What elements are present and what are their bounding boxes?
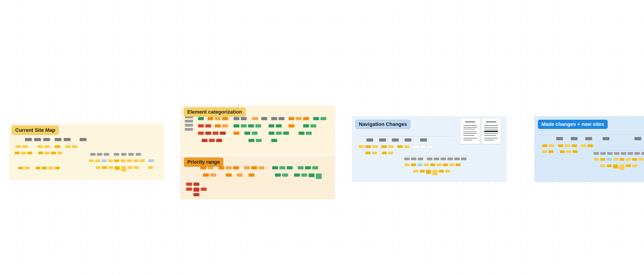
node <box>641 152 644 155</box>
node <box>226 174 232 177</box>
node <box>148 166 153 169</box>
node <box>439 170 444 172</box>
node <box>298 132 304 135</box>
node <box>198 124 204 128</box>
node <box>430 164 435 166</box>
node <box>120 159 126 162</box>
node <box>301 174 307 177</box>
node <box>632 158 637 161</box>
node <box>205 124 211 128</box>
node <box>600 158 605 161</box>
node <box>320 117 326 120</box>
node <box>571 137 578 140</box>
node <box>456 164 460 166</box>
node <box>298 166 304 169</box>
node <box>288 124 294 128</box>
node <box>434 158 439 160</box>
node <box>148 159 154 162</box>
node <box>287 166 293 169</box>
node <box>24 167 30 169</box>
node <box>548 150 554 153</box>
node <box>212 132 218 135</box>
node <box>136 153 141 156</box>
node <box>54 145 60 148</box>
node <box>51 152 56 154</box>
node <box>382 152 387 154</box>
node <box>209 139 215 142</box>
node <box>404 145 410 148</box>
node <box>432 170 437 175</box>
node <box>271 139 277 142</box>
node <box>294 174 300 177</box>
node <box>34 138 41 141</box>
node <box>108 166 113 169</box>
node <box>549 144 554 147</box>
node <box>283 132 289 135</box>
document-thumbnail <box>460 118 480 144</box>
node <box>237 174 242 177</box>
node <box>200 166 206 169</box>
node <box>372 152 377 154</box>
node <box>241 124 247 128</box>
node <box>638 158 644 161</box>
node <box>366 145 371 148</box>
node <box>359 145 364 148</box>
node <box>411 164 416 166</box>
node <box>413 170 418 172</box>
node <box>102 166 107 169</box>
node <box>201 188 207 191</box>
node <box>226 166 232 169</box>
node <box>248 174 254 177</box>
node <box>372 145 378 148</box>
node <box>248 139 254 142</box>
node <box>44 152 50 154</box>
node <box>312 166 318 169</box>
node <box>194 193 199 196</box>
node <box>542 144 548 147</box>
node <box>426 170 431 174</box>
node <box>620 158 624 161</box>
node <box>303 124 309 128</box>
label-priority-range: Priority range <box>184 158 223 167</box>
node <box>443 164 448 166</box>
label-current-site-map: Current Site Map <box>12 126 59 135</box>
node <box>308 174 314 177</box>
node <box>275 174 281 177</box>
node <box>134 166 139 169</box>
node <box>280 166 285 169</box>
legend-item <box>185 120 193 122</box>
node <box>581 144 586 147</box>
node <box>27 152 32 154</box>
node <box>22 145 28 148</box>
node <box>427 158 432 160</box>
node <box>128 153 134 156</box>
node <box>248 124 254 128</box>
node <box>366 138 373 142</box>
node <box>626 158 631 161</box>
node <box>241 117 247 120</box>
node <box>42 167 47 169</box>
node <box>397 145 403 148</box>
node <box>379 138 386 142</box>
node <box>102 159 106 162</box>
node <box>424 164 429 166</box>
node <box>556 137 563 140</box>
node <box>392 138 399 142</box>
node <box>133 159 138 162</box>
node <box>436 164 442 166</box>
node <box>305 166 311 169</box>
node <box>420 145 426 148</box>
node <box>127 159 132 162</box>
node <box>104 153 109 156</box>
label-navigation-changes: Navigation Changes <box>356 120 410 129</box>
node <box>95 159 100 162</box>
node <box>404 158 410 160</box>
node <box>607 164 612 167</box>
node <box>215 124 221 128</box>
node <box>366 152 370 154</box>
node <box>115 166 120 170</box>
node <box>594 152 599 155</box>
node <box>194 182 199 186</box>
node <box>186 182 192 186</box>
node <box>303 117 309 120</box>
